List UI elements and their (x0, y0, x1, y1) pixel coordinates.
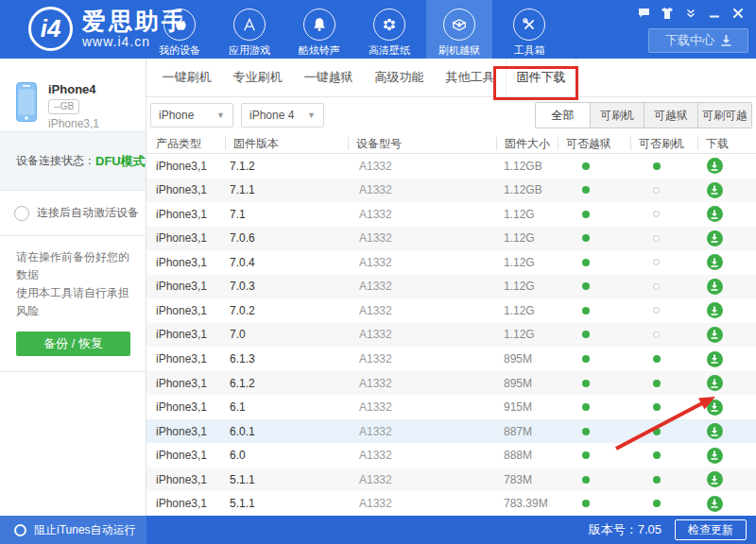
nav-item-jailbreak[interactable]: 刷机越狱 (426, 0, 492, 59)
table-row-6.1.2[interactable]: iPhone3,16.1.2A1332895M (146, 371, 756, 396)
device-model: iPhone3,1 (48, 117, 99, 130)
nav-item-bell[interactable]: 酷炫铃声 (286, 0, 352, 59)
device-card: iPhone4 --GB iPhone3,1 (0, 59, 146, 131)
download-center-button[interactable]: 下载中心 (648, 28, 748, 53)
flash-status-dot (653, 380, 661, 387)
radio-circle-icon[interactable] (14, 206, 29, 221)
table-row-6.1[interactable]: iPhone3,16.1A1332915M (146, 395, 756, 419)
cell-firmware-version: 7.0.2 (225, 304, 348, 317)
block-itunes-toggle[interactable]: 阻止iTunes自动运行 (0, 516, 146, 544)
cell-device-model: A1332 (348, 352, 496, 366)
table-row-5.1.1[interactable]: iPhone3,15.1.1A1332783M (146, 468, 756, 492)
download-button[interactable] (707, 279, 723, 295)
table-row-7.1.2[interactable]: iPhone3,17.1.2A13321.12GB (146, 154, 756, 178)
table-row-7.1.1[interactable]: iPhone3,17.1.1A13321.12GB (146, 178, 756, 203)
flash-status-dot (653, 187, 660, 194)
cell-device-model: A1332 (348, 280, 496, 293)
table-row-6.1.3[interactable]: iPhone3,16.1.3A1332895M (146, 347, 756, 371)
table-row-7.1[interactable]: iPhone3,17.1A13321.12G (146, 202, 756, 227)
cell-firmware-size: 1.12G (496, 256, 558, 269)
collapse-icon[interactable] (684, 8, 697, 19)
cell-device-model: A1332 (348, 183, 496, 196)
cell-firmware-version: 6.1.3 (225, 352, 348, 366)
tab-一键刷机[interactable]: 一键刷机 (151, 59, 222, 96)
table-row-7.0.3[interactable]: iPhone3,17.0.3A13321.12G (146, 275, 756, 299)
download-button[interactable] (707, 400, 723, 416)
close-icon[interactable] (731, 8, 745, 19)
bell-icon (303, 8, 335, 41)
message-icon[interactable] (637, 8, 650, 19)
download-button[interactable] (707, 302, 723, 318)
table-row-7.0.6[interactable]: iPhone3,17.0.6A13321.12G (146, 227, 756, 251)
cell-device-model: A1332 (348, 256, 496, 269)
tab-其他工具[interactable]: 其他工具 (435, 59, 506, 96)
download-button[interactable] (707, 351, 723, 367)
download-button[interactable] (707, 471, 723, 487)
cell-firmware-version: 7.0 (225, 328, 348, 341)
radio-circle-icon[interactable] (14, 524, 26, 536)
cell-firmware-size: 783.39M (496, 497, 558, 510)
download-button[interactable] (707, 254, 723, 270)
cell-firmware-size: 915M (496, 400, 558, 414)
nav-item-apple[interactable]: 我的设备 (146, 0, 213, 59)
table-row-7.0[interactable]: iPhone3,17.0A13321.12G (146, 323, 756, 348)
download-button[interactable] (707, 230, 723, 246)
firmware-filter-group: 全部可刷机可越狱可刷可越 (535, 102, 752, 128)
tab-高级功能[interactable]: 高级功能 (364, 59, 435, 96)
cell-firmware-version: 7.1.1 (225, 183, 348, 196)
cell-firmware-size: 1.12G (496, 231, 558, 245)
nav-item-toolbox[interactable]: 工具箱 (496, 0, 562, 59)
minimize-icon[interactable] (708, 8, 721, 19)
auto-activate-toggle[interactable]: 连接后自动激活设备 (0, 191, 146, 236)
table-row-7.0.4[interactable]: iPhone3,17.0.4A13321.12G (146, 250, 756, 275)
jailbreak-status-dot (582, 234, 590, 242)
cell-firmware-version: 7.0.6 (225, 231, 348, 245)
table-row-7.0.2[interactable]: iPhone3,17.0.2A13321.12G (146, 298, 756, 323)
download-button[interactable] (707, 206, 723, 222)
download-button[interactable] (707, 327, 723, 343)
nav-item-label: 我的设备 (159, 43, 200, 58)
filter-button-全部[interactable]: 全部 (536, 103, 590, 128)
backup-warning-line2: 使用本工具请自行承担风险 (16, 284, 136, 320)
cell-firmware-size: 1.12G (496, 280, 558, 293)
tab-固件下载[interactable]: 固件下载 (506, 59, 576, 96)
theme-shirt-icon[interactable] (661, 8, 674, 19)
download-button[interactable] (707, 496, 723, 512)
cell-firmware-size: 1.12G (496, 208, 558, 221)
download-button[interactable] (707, 182, 723, 198)
download-button[interactable] (707, 423, 723, 439)
download-button[interactable] (707, 158, 723, 174)
nav-item-appstore[interactable]: 应用游戏 (216, 0, 283, 59)
check-update-button[interactable]: 检查更新 (675, 519, 747, 540)
cell-device-model: A1332 (348, 208, 496, 221)
model-select[interactable]: iPhone 4 ▼ (241, 103, 324, 128)
table-row-6.0.1[interactable]: iPhone3,16.0.1A1332887M (146, 419, 756, 444)
flash-status-dot (653, 355, 661, 363)
table-row-5.1.1[interactable]: iPhone3,15.1.1A1332783.39M (146, 491, 756, 516)
filter-button-可刷机[interactable]: 可刷机 (590, 103, 644, 128)
nav-item-wallpaper[interactable]: 高清壁纸 (356, 0, 422, 59)
main-nav: 我的设备应用游戏酷炫铃声高清壁纸刷机越狱工具箱 (146, 0, 562, 59)
tab-专业刷机[interactable]: 专业刷机 (222, 59, 293, 96)
filter-button-可越狱[interactable]: 可越狱 (644, 103, 697, 128)
cell-firmware-size: 888M (496, 449, 558, 462)
cell-firmware-size: 895M (496, 377, 558, 390)
cell-product-type: iPhone3,1 (146, 497, 225, 510)
download-button[interactable] (707, 375, 723, 391)
tab-一键越狱[interactable]: 一键越狱 (293, 59, 364, 96)
cell-device-model: A1332 (348, 449, 496, 462)
filter-button-可刷可越[interactable]: 可刷可越 (697, 103, 751, 128)
table-row-6.0[interactable]: iPhone3,16.0A1332888M (146, 443, 756, 468)
cell-firmware-size: 1.12GB (496, 183, 558, 196)
cell-product-type: iPhone3,1 (146, 183, 225, 196)
cell-firmware-size: 895M (496, 352, 558, 366)
cell-firmware-version: 6.0.1 (225, 425, 348, 438)
brand-select[interactable]: iPhone ▼ (150, 103, 233, 128)
filter-bar: iPhone ▼ iPhone 4 ▼ 全部可刷机可越狱可刷可越 (146, 97, 756, 133)
sidebar: iPhone4 --GB iPhone3,1 设备连接状态：DFU模式 连接后自… (0, 59, 146, 516)
download-button[interactable] (707, 448, 723, 464)
wallpaper-icon (373, 8, 405, 41)
device-name: iPhone4 (48, 82, 99, 96)
version-text: 版本号：7.05 (589, 521, 662, 538)
backup-restore-button[interactable]: 备份 / 恢复 (16, 332, 130, 356)
